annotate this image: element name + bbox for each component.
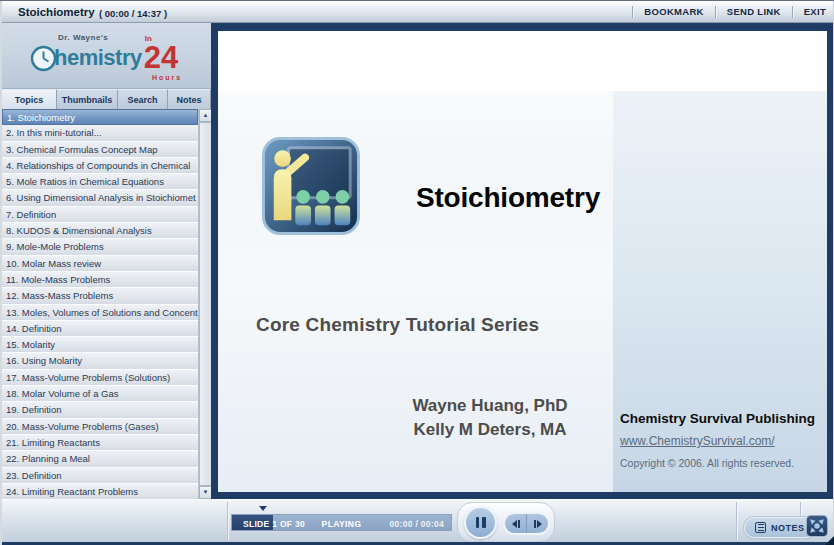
presentation-title: Stoichiometry [18,6,95,18]
focus-icon [807,516,827,536]
topic-item[interactable]: 2. In this mini-tutorial... [2,125,198,141]
pause-button[interactable] [464,506,497,539]
body-area: Dr. Wayne's hemistry 24 In Hours [0,23,834,499]
topic-item[interactable]: 17. Mass-Volume Problems (Solutions) [2,370,198,386]
previous-slide-button[interactable] [505,514,527,533]
slide-stage: Stoichiometry Core Chemistry Tutorial Se… [211,23,834,499]
next-icon [537,520,542,528]
playbar: SLIDE 1 OF 30 PLAYING 00:00 / 00:04 [0,499,834,542]
publisher-link[interactable]: www.ChemistrySurvival.com/ [620,434,775,448]
prev-next-group [503,512,550,535]
topic-item[interactable]: 14. Definition [2,321,198,337]
slide-subtitle: Core Chemistry Tutorial Series [256,314,539,336]
chemistry24-logo: Dr. Wayne's hemistry 24 In Hours [30,31,190,83]
topic-item[interactable]: 16. Using Molarity [2,353,198,369]
topic-item[interactable]: 15. Molarity [2,337,198,353]
topic-item[interactable]: 13. Moles, Volumes of Solutions and Conc… [2,305,198,321]
topic-scrollbar: ▲ ▼ [198,109,211,499]
playbar-divider [227,502,228,540]
slide-time: 00:00 / 00:04 [390,519,444,529]
topic-item[interactable]: 9. Mole-Mole Problems [2,239,198,255]
logo-in: In [145,34,152,43]
slide: Stoichiometry Core Chemistry Tutorial Se… [218,31,827,492]
topic-item[interactable]: 10. Molar Mass review [2,256,198,272]
clock-icon [30,45,57,72]
sidebar-tabs: Topics Thumbnails Search Notes [2,89,211,109]
notes-icon [755,522,766,533]
copyright-text: Copyright © 2006. All rights reserved. [620,457,822,469]
topic-item[interactable]: 22. Planning a Meal [2,451,198,467]
topic-item[interactable]: 19. Definition [2,402,198,418]
menu-separator [792,6,793,18]
topic-item[interactable]: 23. Definition [2,468,198,484]
author-line: Wayne Huang, PhD [390,394,590,418]
slide-title: Stoichiometry [385,182,631,214]
topic-item[interactable]: 12. Mass-Mass Problems [2,288,198,304]
resize-grip[interactable] [825,536,834,545]
logo-24: 24 [144,40,178,75]
notes-button[interactable]: NOTES [744,517,816,538]
menu-separator [715,6,716,18]
publisher-block: Chemistry Survival Publishing www.Chemis… [620,411,822,469]
topic-item[interactable]: 3. Chemical Formulas Concept Map [2,142,198,158]
topic-item[interactable]: 18. Molar Volume of a Gas [2,386,198,402]
tab-notes[interactable]: Notes [168,89,211,109]
logo-hours: Hours [152,74,182,81]
topic-item[interactable]: 21. Limiting Reactants [2,435,198,451]
logo-pre-text: Dr. Wayne's [58,33,108,42]
topic-item[interactable]: 4. Relationships of Compounds in Chemica… [2,158,198,174]
publisher-name: Chemistry Survival Publishing [620,411,822,426]
send-link-button[interactable]: SEND LINK [727,6,781,17]
topic-item[interactable]: 8. KUDOS & Dimensional Analysis [2,223,198,239]
tab-search[interactable]: Search [118,89,168,109]
focus-view-button[interactable] [806,515,828,537]
topic-item[interactable]: 20. Mass-Volume Problems (Gases) [2,419,198,435]
window-left-edge [0,1,2,545]
menu-separator [632,6,633,18]
topic-item[interactable]: 5. Mole Ratios in Chemical Equations [2,174,198,190]
slide-top-band [218,31,827,91]
playback-controls [457,502,555,542]
topic-item[interactable]: 7. Definition [2,207,198,223]
pause-icon [476,517,480,528]
logo-panel: Dr. Wayne's hemistry 24 In Hours [2,23,211,89]
total-time: ( 00:00 / 14:37 ) [99,8,167,19]
previous-icon [512,520,517,528]
topic-item[interactable]: 6. Using Dimensional Analysis in Stoichi… [2,190,198,206]
topic-item[interactable]: 24. Limiting Reactant Problems [2,484,198,499]
classroom-icon [262,137,360,235]
progress-bar[interactable]: SLIDE 1 OF 30 PLAYING 00:00 / 00:04 [231,514,452,531]
sidebar: Dr. Wayne's hemistry 24 In Hours [2,23,211,499]
playbar-divider [736,502,737,540]
notes-label: NOTES [771,523,805,533]
exit-button[interactable]: EXIT [804,6,826,17]
logo-word: hemistry [54,45,142,71]
topic-list: 1. Stoichiometry 2. In this mini-tutoria… [2,109,198,499]
player-window: Stoichiometry ( 00:00 / 14:37 ) BOOKMARK… [0,0,834,545]
tab-topics[interactable]: Topics [2,89,57,109]
bookmark-button[interactable]: BOOKMARK [644,6,703,17]
topic-item-selected[interactable]: 1. Stoichiometry [2,109,198,125]
titlebar: Stoichiometry ( 00:00 / 14:37 ) BOOKMARK… [0,1,834,23]
topic-item[interactable]: 11. Mole-Mass Problems [2,272,198,288]
slide-authors: Wayne Huang, PhD Kelly M Deters, MA [390,394,590,442]
next-slide-button[interactable] [527,514,548,533]
seek-marker[interactable] [259,506,267,511]
author-line: Kelly M Deters, MA [390,418,590,442]
titlebar-menu: BOOKMARK SEND LINK EXIT [632,1,826,22]
tab-thumbnails[interactable]: Thumbnails [57,89,118,109]
